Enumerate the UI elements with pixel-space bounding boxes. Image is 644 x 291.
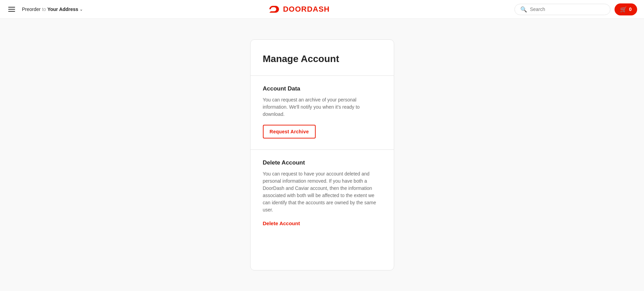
delete-account-section: Delete Account You can request to have y…	[251, 149, 394, 238]
header-center: DOORDASH	[268, 4, 330, 14]
preorder-nav[interactable]: Preorder to Your Address ⌄	[22, 7, 83, 12]
chevron-down-icon: ⌄	[80, 7, 83, 12]
preorder-address: Your Address	[47, 7, 78, 12]
header-left: Preorder to Your Address ⌄	[7, 5, 83, 13]
manage-account-card: Manage Account Account Data You can requ…	[250, 39, 394, 270]
search-bar[interactable]: 🔍	[514, 4, 610, 15]
doordash-logo[interactable]: DOORDASH	[268, 4, 330, 14]
page-title: Manage Account	[251, 40, 394, 75]
search-icon: 🔍	[520, 6, 527, 13]
account-data-title: Account Data	[263, 85, 381, 92]
cart-button[interactable]: 🛒 0	[615, 3, 637, 15]
cart-count: 0	[629, 7, 632, 12]
preorder-label: Preorder	[22, 7, 40, 12]
search-input[interactable]	[530, 7, 605, 12]
main-content: Manage Account Account Data You can requ…	[0, 19, 644, 291]
cart-icon: 🛒	[620, 6, 627, 13]
request-archive-button[interactable]: Request Archive	[263, 125, 316, 138]
hamburger-menu-icon[interactable]	[7, 5, 16, 13]
preorder-to: to	[42, 7, 46, 12]
delete-account-title: Delete Account	[263, 159, 381, 166]
doordash-dash-icon	[268, 4, 280, 14]
header-right: 🔍 🛒 0	[514, 3, 637, 15]
header: Preorder to Your Address ⌄ DOORDASH 🔍 🛒 …	[0, 0, 644, 19]
delete-account-description: You can request to have your account del…	[263, 170, 381, 214]
account-data-section: Account Data You can request an archive …	[251, 75, 394, 149]
doordash-logo-text: DOORDASH	[283, 5, 330, 14]
account-data-description: You can request an archive of your perso…	[263, 96, 381, 118]
delete-account-button[interactable]: Delete Account	[263, 220, 300, 226]
